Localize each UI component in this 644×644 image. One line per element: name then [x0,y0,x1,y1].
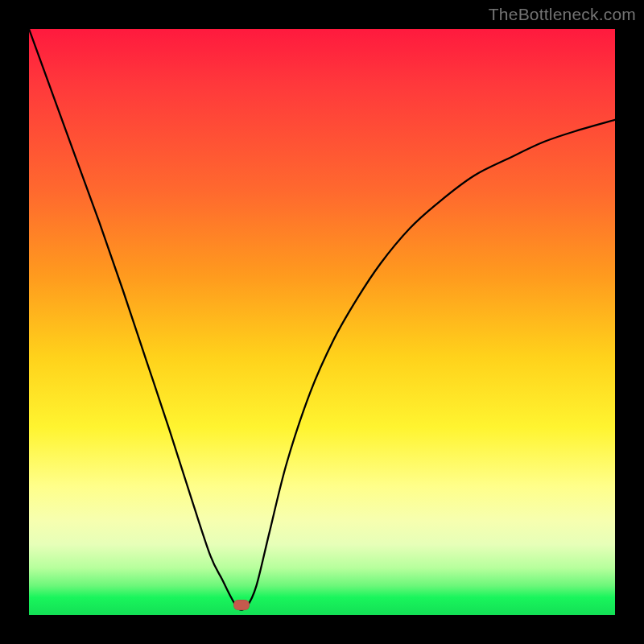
curve-svg [29,29,615,615]
plot-area [29,29,615,615]
chart-stage: TheBottleneck.com [0,0,644,644]
bottleneck-curve [29,29,615,610]
optimal-point-marker [233,600,250,610]
watermark-text: TheBottleneck.com [489,5,636,24]
